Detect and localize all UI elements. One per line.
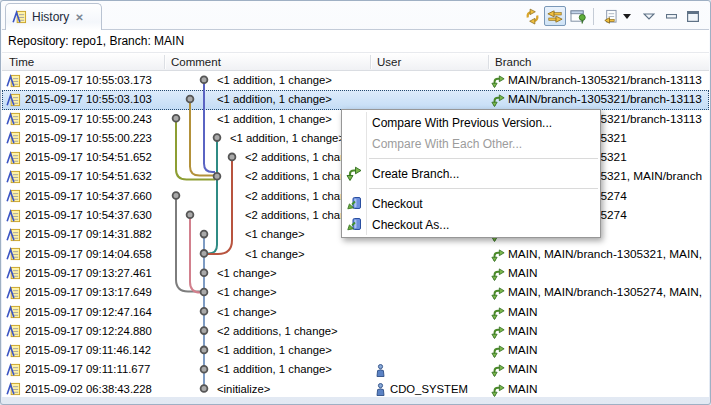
commit-comment: <1 addition, 1 change>: [217, 360, 332, 379]
branch-icon: [491, 363, 505, 377]
commit-time: 2015-09-17 10:55:00.223: [25, 129, 152, 148]
commit-icon: [6, 74, 21, 88]
commit-icon: [6, 247, 21, 261]
menu-item-icon: [346, 195, 362, 211]
toolbar-separator: [593, 8, 594, 25]
maximize-icon[interactable]: [683, 6, 703, 26]
commit-time: 2015-09-17 09:14:31.882: [25, 225, 152, 244]
table-row[interactable]: 2015-09-17 09:13:27.461 <1 change> MAIN: [2, 264, 709, 283]
column-divider[interactable]: [164, 55, 166, 69]
view-menu-icon[interactable]: [639, 6, 659, 26]
branch-icon: [491, 344, 505, 358]
commit-time: 2015-09-17 10:54:37.660: [25, 187, 152, 206]
commit-user: CDO_SYSTEM: [390, 380, 468, 399]
menu-item-create-branch[interactable]: Create Branch...: [342, 163, 600, 184]
commit-icon: [6, 131, 21, 145]
menu-item-icon: [346, 216, 362, 232]
commit-comment: <1 change>: [217, 264, 277, 283]
commit-time: 2015-09-17 09:12:24.880: [25, 322, 152, 341]
commit-icon: [6, 363, 21, 377]
commit-time: 2015-09-17 10:54:51.632: [25, 167, 152, 186]
commit-icon: [6, 382, 21, 396]
commit-comment: <1 change>: [245, 225, 305, 244]
column-header-branch[interactable]: Branch: [495, 53, 531, 71]
commit-time: 2015-09-17 09:12:47.164: [25, 303, 152, 322]
table-row[interactable]: 2015-09-17 09:12:47.164 <1 change> MAIN: [2, 303, 709, 322]
table-row[interactable]: 2015-09-17 09:11:46.142 <1 addition, 1 c…: [2, 341, 709, 360]
commit-icon: [6, 151, 21, 165]
user-icon: [376, 383, 385, 396]
dropdown-caret-icon[interactable]: [621, 6, 633, 26]
commit-branch: MAIN: [508, 341, 707, 360]
branch-icon: [491, 383, 505, 397]
commit-time: 2015-09-17 10:54:51.652: [25, 148, 152, 167]
column-divider[interactable]: [370, 55, 372, 69]
commit-icon: [6, 286, 21, 300]
menu-item-label: Compare With Previous Version...: [372, 116, 552, 130]
branch-icon: [491, 248, 505, 262]
branch-icon: [491, 325, 505, 339]
table-row[interactable]: 2015-09-17 09:13:17.649 <1 change> MAIN,…: [2, 283, 709, 302]
commit-time: 2015-09-17 09:14:04.658: [25, 245, 152, 264]
table-header: Time Comment User Branch: [2, 52, 709, 71]
commit-comment: <2 additions, 1 change>: [217, 322, 338, 341]
table-row[interactable]: 2015-09-17 10:55:03.173 <1 addition, 1 c…: [2, 71, 709, 90]
commit-icon: [6, 266, 21, 280]
column-header-user[interactable]: User: [377, 53, 401, 71]
commit-time: 2015-09-17 10:55:03.173: [25, 71, 152, 90]
tab-history[interactable]: History ✕: [5, 3, 102, 30]
user-icon: [376, 364, 385, 377]
refresh-icon[interactable]: [522, 6, 542, 26]
table-row[interactable]: 2015-09-17 09:12:24.880 <2 additions, 1 …: [2, 322, 709, 341]
table-row[interactable]: 2015-09-17 09:14:04.658 <1 change> MAIN,…: [2, 245, 709, 264]
commit-comment: <1 change>: [217, 283, 277, 302]
commit-comment: <1 addition, 1 change>: [230, 129, 345, 148]
column-header-comment[interactable]: Comment: [171, 53, 221, 71]
branch-icon: [491, 306, 505, 320]
load-history-icon[interactable]: [599, 6, 619, 26]
menu-item-icon: [346, 165, 362, 181]
commit-icon: [6, 112, 21, 126]
commit-time: 2015-09-02 06:38:43.228: [25, 380, 152, 399]
commit-branch: MAIN: [508, 380, 707, 399]
minimize-icon[interactable]: [661, 6, 681, 26]
link-with-editor-icon[interactable]: [544, 6, 566, 26]
menu-item-checkout[interactable]: Checkout: [342, 193, 600, 214]
commit-branch: MAIN/branch-1305321/branch-13113: [508, 71, 707, 90]
branch-icon: [491, 93, 505, 107]
commit-branch: MAIN: [508, 322, 707, 341]
context-menu: Compare With Previous Version... Compare…: [341, 109, 601, 238]
commit-branch: MAIN, MAIN/branch-1305274, MAIN,: [508, 283, 707, 302]
view-toolbar: [521, 5, 704, 27]
pin-editor-icon[interactable]: [568, 6, 588, 26]
commit-icon: [6, 324, 21, 338]
table-row[interactable]: 2015-09-17 10:55:03.103 <1 addition, 1 c…: [2, 90, 709, 109]
tab-history-label: History: [32, 10, 69, 24]
menu-separator: [369, 188, 598, 189]
commit-time: 2015-09-17 09:13:27.461: [25, 264, 152, 283]
commit-icon: [6, 228, 21, 242]
commit-icon: [6, 189, 21, 203]
menu-separator: [369, 158, 598, 159]
commit-branch: MAIN/branch-1305321/branch-13113: [508, 90, 707, 109]
history-view-frame: History ✕: [0, 0, 711, 405]
commit-branch: MAIN: [508, 264, 707, 283]
close-icon[interactable]: ✕: [75, 12, 83, 23]
menu-item-label: Checkout As...: [372, 218, 449, 232]
menu-item-compare-with-previous-version[interactable]: Compare With Previous Version...: [342, 112, 600, 133]
commit-time: 2015-09-17 09:11:46.142: [25, 341, 151, 360]
commit-comment: <1 addition, 1 change>: [217, 90, 332, 109]
commit-time: 2015-09-17 10:54:37.630: [25, 206, 152, 225]
commit-icon: [6, 209, 21, 223]
table-row[interactable]: 2015-09-02 06:38:43.228 <initialize> CDO…: [2, 380, 709, 399]
repository-branch-label: Repository: repo1, Branch: MAIN: [2, 30, 709, 52]
commit-icon: [6, 344, 21, 358]
menu-item-checkout-as[interactable]: Checkout As...: [342, 214, 600, 235]
menu-item-label: Checkout: [372, 197, 423, 211]
column-header-time[interactable]: Time: [9, 53, 34, 71]
column-divider[interactable]: [488, 55, 490, 69]
table-row[interactable]: 2015-09-17 09:11:11.677 <1 addition, 1 c…: [2, 360, 709, 379]
commit-time: 2015-09-17 09:11:11.677: [25, 360, 150, 379]
commit-icon: [6, 170, 21, 184]
menu-item-compare-with-each-other: Compare With Each Other...: [342, 133, 600, 154]
